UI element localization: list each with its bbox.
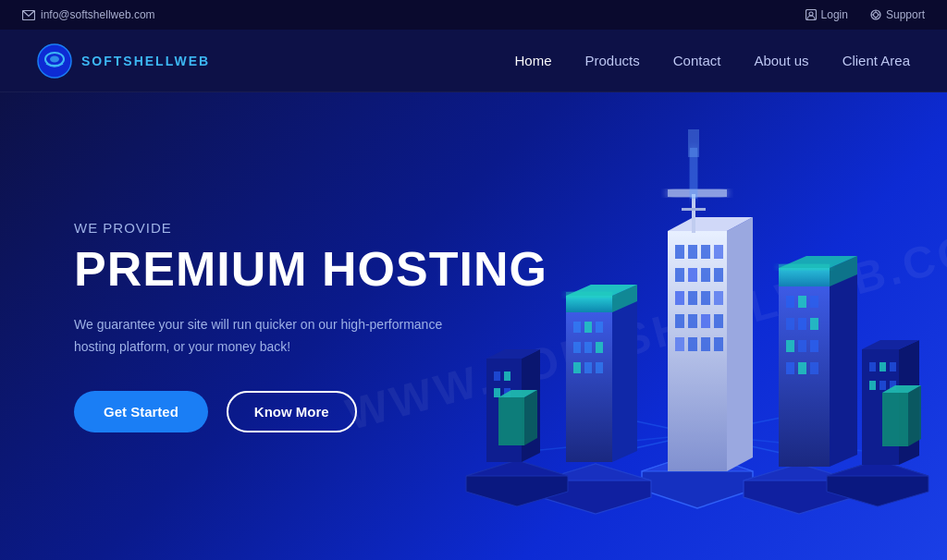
svg-rect-45 <box>701 314 710 328</box>
svg-rect-56 <box>566 296 612 312</box>
nav-contact[interactable]: Contact <box>673 53 721 68</box>
nav-products[interactable]: Products <box>585 53 640 68</box>
svg-rect-76 <box>810 296 818 308</box>
svg-rect-81 <box>798 340 806 352</box>
svg-rect-83 <box>786 362 794 374</box>
svg-marker-54 <box>612 285 637 462</box>
nav-client-area[interactable]: Client Area <box>842 53 910 68</box>
svg-rect-59 <box>573 322 581 333</box>
svg-rect-109 <box>566 292 612 298</box>
svg-rect-32 <box>688 245 697 259</box>
svg-rect-51 <box>692 194 695 233</box>
hero-title: PREMIUM HOSTING <box>74 243 547 296</box>
svg-marker-69 <box>830 256 857 467</box>
hero-content: WE PROVIDE PREMIUM HOSTING We guarantee … <box>74 220 547 433</box>
svg-rect-79 <box>810 318 818 330</box>
svg-rect-47 <box>675 337 684 351</box>
svg-rect-100 <box>879 381 886 390</box>
svg-rect-99 <box>869 381 876 390</box>
logo[interactable]: SOFTSHELLWEB <box>37 43 210 79</box>
topbar-email: info@softshellweb.com <box>22 8 155 21</box>
svg-point-11 <box>50 55 59 62</box>
svg-rect-46 <box>714 314 723 328</box>
topbar-right: Login Support <box>806 8 925 21</box>
svg-rect-112 <box>688 129 699 157</box>
hero-buttons: Get Started Know More <box>74 391 547 432</box>
svg-marker-106 <box>908 385 921 446</box>
svg-rect-105 <box>882 393 908 446</box>
svg-rect-74 <box>786 296 794 308</box>
svg-rect-49 <box>701 337 710 351</box>
svg-rect-80 <box>786 340 794 352</box>
svg-marker-25 <box>466 460 568 476</box>
svg-rect-52 <box>682 208 706 211</box>
login-link[interactable]: Login <box>806 8 848 21</box>
svg-rect-31 <box>675 245 684 259</box>
svg-rect-66 <box>584 362 592 373</box>
envelope-icon <box>22 10 35 20</box>
svg-rect-53 <box>566 296 612 462</box>
svg-rect-77 <box>786 318 794 330</box>
hero-tagline: WE PROVIDE <box>74 220 547 236</box>
svg-rect-43 <box>675 314 684 328</box>
svg-rect-48 <box>688 337 697 351</box>
svg-rect-71 <box>779 268 830 286</box>
svg-rect-84 <box>798 362 806 374</box>
login-label: Login <box>821 8 848 21</box>
support-label: Support <box>886 8 925 21</box>
get-started-button[interactable]: Get Started <box>74 391 208 432</box>
svg-rect-98 <box>890 362 896 371</box>
nav-links: Home Products Contact About us Client Ar… <box>514 53 910 68</box>
hero-description: We guarantee your site will run quicker … <box>74 314 462 359</box>
svg-rect-42 <box>714 291 723 305</box>
svg-rect-41 <box>701 291 710 305</box>
svg-rect-40 <box>688 291 697 305</box>
svg-rect-50 <box>714 337 723 351</box>
logo-text: SOFTSHELLWEB <box>81 54 210 68</box>
svg-point-2 <box>809 12 813 16</box>
svg-rect-33 <box>701 245 710 259</box>
svg-rect-78 <box>798 318 806 330</box>
email-text: info@softshellweb.com <box>41 8 155 21</box>
topbar: info@softshellweb.com Login Support <box>0 0 947 30</box>
hero-section: WWW.SOFTSHELLWEB.COM WE PROVIDE PREMIUM … <box>0 92 947 560</box>
svg-rect-39 <box>675 291 684 305</box>
svg-rect-37 <box>701 268 710 282</box>
svg-rect-85 <box>810 362 818 374</box>
svg-rect-67 <box>596 362 603 373</box>
svg-rect-64 <box>596 342 603 353</box>
know-more-button[interactable]: Know More <box>227 391 357 432</box>
svg-rect-65 <box>573 362 581 373</box>
svg-rect-82 <box>810 340 818 352</box>
nav-home[interactable]: Home <box>514 53 551 68</box>
svg-rect-35 <box>675 268 684 282</box>
svg-rect-34 <box>714 245 723 259</box>
svg-rect-75 <box>798 296 806 308</box>
support-link[interactable]: Support <box>870 8 925 21</box>
svg-rect-60 <box>584 322 592 333</box>
svg-rect-96 <box>869 362 876 371</box>
logo-icon <box>37 43 72 79</box>
nav-about[interactable]: About us <box>754 53 808 68</box>
support-icon <box>870 9 881 20</box>
login-icon <box>806 9 817 20</box>
svg-rect-38 <box>714 268 723 282</box>
svg-rect-36 <box>688 268 697 282</box>
svg-rect-110 <box>779 264 830 270</box>
svg-rect-61 <box>596 322 603 333</box>
svg-point-4 <box>873 13 878 18</box>
svg-rect-62 <box>573 342 581 353</box>
svg-marker-29 <box>727 217 753 471</box>
svg-rect-44 <box>688 314 697 328</box>
navbar: SOFTSHELLWEB Home Products Contact About… <box>0 30 947 92</box>
svg-rect-97 <box>879 362 886 371</box>
svg-rect-63 <box>584 342 592 353</box>
